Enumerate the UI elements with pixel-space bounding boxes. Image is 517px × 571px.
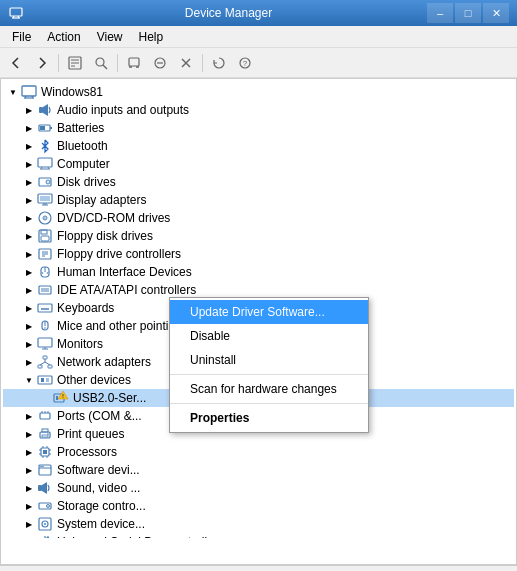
context-scan[interactable]: Scan for hardware changes xyxy=(170,377,368,401)
svg-rect-27 xyxy=(38,158,52,167)
uninstall-button[interactable] xyxy=(174,51,198,75)
floppy-ctrl-expand xyxy=(23,248,35,260)
display-label: Display adapters xyxy=(57,193,146,207)
svg-rect-72 xyxy=(48,365,52,368)
audio-label: Audio inputs and outputs xyxy=(57,103,189,117)
keyboards-icon xyxy=(37,300,53,316)
tree-display[interactable]: Display adapters xyxy=(3,191,514,209)
context-disable[interactable]: Disable xyxy=(170,324,368,348)
display-expand xyxy=(23,194,35,206)
keyboards-expand xyxy=(23,302,35,314)
tree-dvd[interactable]: DVD/CD-ROM drives xyxy=(3,209,514,227)
svg-rect-44 xyxy=(41,236,49,241)
hid-expand xyxy=(23,266,35,278)
processors-expand xyxy=(23,446,35,458)
tree-storage[interactable]: Storage contro... xyxy=(3,497,514,515)
batteries-icon xyxy=(37,120,53,136)
context-properties[interactable]: Properties xyxy=(170,406,368,430)
tree-root[interactable]: Windows81 xyxy=(3,83,514,101)
system-icon xyxy=(37,516,53,532)
context-separator xyxy=(170,374,368,375)
svg-rect-35 xyxy=(40,196,50,201)
floppy-ctrl-icon xyxy=(37,246,53,262)
dvd-expand xyxy=(23,212,35,224)
software-label: Software devi... xyxy=(57,463,140,477)
tree-disk[interactable]: Disk drives xyxy=(3,173,514,191)
tree-floppy[interactable]: Floppy disk drives xyxy=(3,227,514,245)
tree-computer[interactable]: Computer xyxy=(3,155,514,173)
svg-point-91 xyxy=(47,433,49,435)
help-button[interactable]: ? xyxy=(233,51,257,75)
svg-point-104 xyxy=(40,466,42,468)
ports-icon xyxy=(37,408,53,424)
ide-icon xyxy=(37,282,53,298)
menu-help[interactable]: Help xyxy=(131,26,172,47)
mice-icon xyxy=(37,318,53,334)
monitors-icon xyxy=(37,336,53,352)
usb-ctrl-icon xyxy=(37,534,53,538)
svg-text:?: ? xyxy=(243,59,248,68)
separator-1 xyxy=(58,54,59,72)
window-controls: – □ ✕ xyxy=(427,3,509,23)
toolbar: ? xyxy=(0,48,517,78)
svg-rect-77 xyxy=(41,378,44,382)
tree-usb-ctrl[interactable]: Universal Serial Bus controllers xyxy=(3,533,514,538)
ide-expand xyxy=(23,284,35,296)
refresh-button[interactable] xyxy=(207,51,231,75)
tree-batteries[interactable]: Batteries xyxy=(3,119,514,137)
tree-bluetooth[interactable]: Bluetooth xyxy=(3,137,514,155)
other-expand xyxy=(23,374,35,386)
svg-rect-89 xyxy=(42,429,48,432)
dvd-icon xyxy=(37,210,53,226)
batteries-expand xyxy=(23,122,35,134)
maximize-button[interactable]: □ xyxy=(455,3,481,23)
context-uninstall[interactable]: Uninstall xyxy=(170,348,368,372)
properties-button[interactable] xyxy=(63,51,87,75)
menu-view[interactable]: View xyxy=(89,26,131,47)
disable-button[interactable] xyxy=(148,51,172,75)
svg-rect-84 xyxy=(40,413,50,419)
separator-2 xyxy=(117,54,118,72)
floppy-ctrl-label: Floppy drive controllers xyxy=(57,247,181,261)
svg-point-33 xyxy=(48,182,49,183)
svg-rect-53 xyxy=(39,286,51,294)
bluetooth-label: Bluetooth xyxy=(57,139,108,153)
software-icon xyxy=(37,462,53,478)
root-expand-icon xyxy=(7,86,19,98)
close-button[interactable]: ✕ xyxy=(483,3,509,23)
scan-button[interactable] xyxy=(89,51,113,75)
usb-label: USB2.0-Ser... xyxy=(73,391,146,405)
svg-rect-31 xyxy=(39,178,51,186)
computer-label: Computer xyxy=(57,157,110,171)
tree-floppy-ctrl[interactable]: Floppy drive controllers xyxy=(3,245,514,263)
tree-processors[interactable]: Processors xyxy=(3,443,514,461)
back-button[interactable] xyxy=(4,51,28,75)
update-driver-button[interactable] xyxy=(122,51,146,75)
app-icon xyxy=(8,5,24,21)
menu-file[interactable]: File xyxy=(4,26,39,47)
usb-warning-icon: ! xyxy=(53,390,69,406)
context-update-driver[interactable]: Update Driver Software... xyxy=(170,300,368,324)
hid-icon xyxy=(37,264,53,280)
svg-rect-10 xyxy=(129,58,139,66)
svg-rect-71 xyxy=(38,365,42,368)
network-label: Network adapters xyxy=(57,355,151,369)
svg-rect-43 xyxy=(41,230,47,234)
forward-button[interactable] xyxy=(30,51,54,75)
tree-audio[interactable]: Audio inputs and outputs xyxy=(3,101,514,119)
software-expand xyxy=(23,464,35,476)
menu-action[interactable]: Action xyxy=(39,26,88,47)
tree-system[interactable]: System device... xyxy=(3,515,514,533)
svg-point-51 xyxy=(42,272,44,274)
dvd-label: DVD/CD-ROM drives xyxy=(57,211,170,225)
tree-hid[interactable]: Human Interface Devices xyxy=(3,263,514,281)
computer-icon xyxy=(21,84,37,100)
tree-software[interactable]: Software devi... xyxy=(3,461,514,479)
minimize-button[interactable]: – xyxy=(427,3,453,23)
tree-sound[interactable]: Sound, video ... xyxy=(3,479,514,497)
keyboards-label: Keyboards xyxy=(57,301,114,315)
svg-rect-115 xyxy=(47,537,49,539)
title-bar: Device Manager – □ ✕ xyxy=(0,0,517,26)
sound-icon xyxy=(37,480,53,496)
mice-expand xyxy=(23,320,35,332)
